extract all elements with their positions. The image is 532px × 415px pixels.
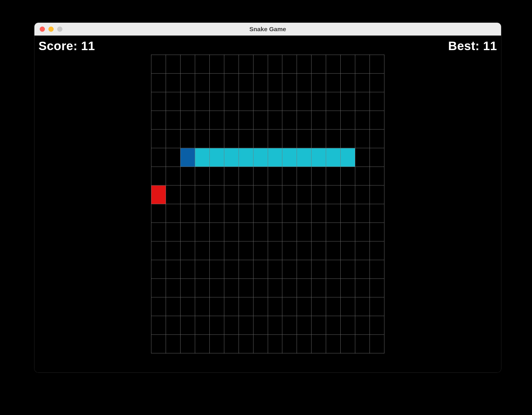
grid-cell <box>209 185 224 204</box>
grid-cell <box>166 92 180 111</box>
grid-cell <box>253 223 268 241</box>
grid-cell <box>268 167 282 185</box>
grid-cell <box>282 167 297 185</box>
grid-cell <box>209 335 224 353</box>
grid-cell <box>224 55 239 73</box>
grid-cell <box>268 129 282 148</box>
grid-cell <box>268 185 282 204</box>
grid-cell <box>282 260 297 279</box>
grid-cell <box>151 260 166 279</box>
snake-body <box>195 148 209 167</box>
grid-cell <box>341 297 355 316</box>
grid-cell <box>209 73 224 92</box>
grid-cell <box>370 167 384 185</box>
grid-cell <box>239 167 253 185</box>
grid-cell <box>239 260 253 279</box>
game-area[interactable]: Score: 11 Best: 11 <box>34 36 501 372</box>
grid-cell <box>341 241 355 260</box>
app-window: Snake Game Score: 11 Best: 11 <box>34 23 501 372</box>
grid-cell <box>297 316 312 335</box>
food <box>151 185 166 204</box>
grid-cell <box>355 111 370 129</box>
grid-cell <box>195 204 209 223</box>
grid-cell <box>341 335 355 353</box>
grid-cell <box>180 111 195 129</box>
grid-cell <box>224 279 239 297</box>
grid-cell <box>151 223 166 241</box>
grid-cell <box>195 260 209 279</box>
grid-cell <box>180 241 195 260</box>
snake-body <box>326 148 341 167</box>
grid-cell <box>326 335 341 353</box>
grid-cell <box>239 241 253 260</box>
grid-cell <box>166 241 180 260</box>
grid-cell <box>239 73 253 92</box>
grid-cell <box>224 260 239 279</box>
grid-cell <box>326 92 341 111</box>
grid-cell <box>209 55 224 73</box>
grid-cell <box>253 335 268 353</box>
grid-cell <box>151 167 166 185</box>
grid-cell <box>268 241 282 260</box>
grid-cell <box>209 241 224 260</box>
grid-cell <box>180 297 195 316</box>
close-icon[interactable] <box>40 27 45 32</box>
grid-cell <box>166 204 180 223</box>
grid-cell <box>370 260 384 279</box>
grid-cell <box>282 129 297 148</box>
grid-cell <box>151 73 166 92</box>
grid-cell <box>370 316 384 335</box>
grid-cell <box>282 316 297 335</box>
grid-cell <box>312 260 326 279</box>
grid-cell <box>282 279 297 297</box>
game-board[interactable] <box>151 55 384 354</box>
grid-cell <box>166 129 180 148</box>
grid-cell <box>166 223 180 241</box>
grid-cell <box>180 185 195 204</box>
grid-cell <box>209 223 224 241</box>
grid-cell <box>312 204 326 223</box>
grid-cell <box>239 279 253 297</box>
grid-cell <box>224 73 239 92</box>
grid-cell <box>151 241 166 260</box>
grid-cell <box>297 55 312 73</box>
grid-cell <box>326 316 341 335</box>
grid-cell <box>195 111 209 129</box>
grid-cell <box>312 279 326 297</box>
grid-cell <box>370 241 384 260</box>
titlebar: Snake Game <box>34 23 501 36</box>
grid-cell <box>253 241 268 260</box>
grid-cell <box>224 204 239 223</box>
grid-cell <box>326 204 341 223</box>
grid-cell <box>209 92 224 111</box>
grid-cell <box>180 223 195 241</box>
grid-cell <box>355 167 370 185</box>
grid-cell <box>195 279 209 297</box>
grid-cell <box>209 316 224 335</box>
grid-cell <box>195 92 209 111</box>
grid-cell <box>297 185 312 204</box>
grid-cell <box>180 335 195 353</box>
window-controls <box>40 27 62 32</box>
grid-cell <box>166 167 180 185</box>
grid-cell <box>297 111 312 129</box>
grid-cell <box>253 167 268 185</box>
grid-cell <box>282 204 297 223</box>
grid-cell <box>151 92 166 111</box>
grid-cell <box>209 204 224 223</box>
grid-cell <box>253 73 268 92</box>
grid-cell <box>370 55 384 73</box>
zoom-icon[interactable] <box>57 27 62 32</box>
grid-cell <box>209 129 224 148</box>
grid-cell <box>253 260 268 279</box>
grid-cell <box>297 260 312 279</box>
grid-cell <box>268 73 282 92</box>
snake-body <box>341 148 355 167</box>
grid-cell <box>297 129 312 148</box>
grid-cell <box>341 204 355 223</box>
grid-cell <box>253 204 268 223</box>
grid-cell <box>312 316 326 335</box>
minimize-icon[interactable] <box>48 27 54 32</box>
grid-cell <box>224 316 239 335</box>
grid-cell <box>268 335 282 353</box>
